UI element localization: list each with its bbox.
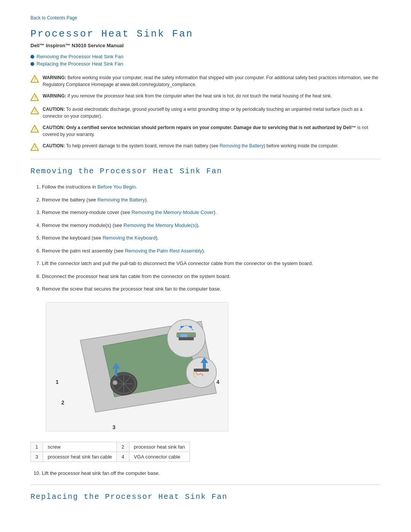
caution-1: ! CAUTION: To avoid electrostatic discha… xyxy=(30,106,381,120)
removing-keyboard-link[interactable]: Removing the Keyboard xyxy=(103,235,156,241)
diagram-label-3: 3 xyxy=(112,424,115,430)
step-2: Remove the battery (see Removing the Bat… xyxy=(42,196,381,204)
caution-text-1: CAUTION: To avoid electrostatic discharg… xyxy=(43,106,381,120)
step-8: Disconnect the processor heat sink fan c… xyxy=(42,273,381,280)
table-cell-part-2: processor heat sink fan xyxy=(129,442,190,452)
step-10: Lift the processor heat sink fan off the… xyxy=(42,470,381,477)
removing-section-title: Removing the Processor Heat Sink Fan xyxy=(30,167,381,176)
toc-link-replacing[interactable]: Replacing the Processor Heat Sink Fan xyxy=(37,61,123,67)
step-6: Remove the palm rest assembly (see Remov… xyxy=(42,247,381,255)
toc-bullet-1 xyxy=(30,55,34,59)
divider-2 xyxy=(30,484,381,485)
toc-link-removing[interactable]: Removing the Processor Heat Sink Fan xyxy=(37,54,123,59)
diagram-svg: 1 2 3 4 xyxy=(46,302,228,431)
table-cell-num-4: 4 xyxy=(117,452,129,462)
table-of-contents: Removing the Processor Heat Sink Fan Rep… xyxy=(30,54,381,67)
svg-rect-25 xyxy=(194,368,209,371)
table-cell-part-4: VGA connector cable xyxy=(129,452,190,462)
step-10-list: Lift the processor heat sink fan off the… xyxy=(30,470,381,477)
parts-table: 1 screw 2 processor heat sink fan 3 proc… xyxy=(30,442,190,462)
subtitle: Dell™ Inspiron™ N3010 Service Manual xyxy=(30,43,381,48)
diagram-image-wrapper: 1 2 3 4 xyxy=(46,302,228,431)
table-cell-num-1: 1 xyxy=(31,442,43,452)
removing-battery-link-step2[interactable]: Removing the Battery xyxy=(97,197,145,203)
warning-text-2: WARNING: If you remove the processor hea… xyxy=(43,93,332,99)
table-cell-part-1: screw xyxy=(43,442,117,452)
palm-rest-link[interactable]: Removing the Palm Rest Assembly xyxy=(125,248,202,254)
warning-2: ! WARNING: If you remove the processor h… xyxy=(30,93,381,101)
replacing-section-title: Replacing the Processor Heat Sink Fan xyxy=(30,492,381,501)
caution-text-3: CAUTION: To help prevent damage to the s… xyxy=(43,142,339,149)
warning-text-1: WARNING: Before working inside your comp… xyxy=(43,74,381,88)
svg-rect-21 xyxy=(178,337,194,340)
step-7: Lift the connector latch and pull the pu… xyxy=(42,260,381,267)
back-to-contents-link[interactable]: Back to Contents Page xyxy=(30,15,381,21)
memory-module-cover-link[interactable]: Removing the Memory-Module Cover xyxy=(132,209,214,215)
removing-battery-link-caution[interactable]: Removing the Battery xyxy=(220,143,263,149)
svg-text:!: ! xyxy=(34,109,36,113)
warning-icon-2: ! xyxy=(30,93,39,101)
caution-text-2: CAUTION: Only a certified service techni… xyxy=(43,124,381,138)
caution-icon-3: ! xyxy=(30,143,39,151)
table-cell-num-2: 2 xyxy=(117,442,129,452)
toc-item-removing: Removing the Processor Heat Sink Fan xyxy=(30,54,381,59)
page-title: Processor Heat Sink Fan xyxy=(30,28,381,40)
svg-text:!: ! xyxy=(34,145,36,150)
step-9: Remove the screw that secures the proces… xyxy=(42,285,381,293)
caution-icon-1: ! xyxy=(30,106,39,115)
svg-text:!: ! xyxy=(34,127,36,132)
warning-icon-1: ! xyxy=(30,75,39,83)
diagram-label-4: 4 xyxy=(217,379,220,385)
diagram-label-1: 1 xyxy=(56,379,59,385)
warning-1: ! WARNING: Before working inside your co… xyxy=(30,74,381,88)
svg-rect-22 xyxy=(180,334,187,337)
step-5: Remove the keyboard (see Removing the Ke… xyxy=(42,234,381,242)
svg-text:!: ! xyxy=(34,96,36,100)
svg-text:!: ! xyxy=(34,77,36,82)
divider-1 xyxy=(30,159,381,159)
table-cell-part-3: processor heat sink fan cable xyxy=(43,452,117,462)
caution-2: ! CAUTION: Only a certified service tech… xyxy=(30,124,381,138)
step-1: Follow the instructions in Before You Be… xyxy=(42,183,381,191)
table-cell-num-3: 3 xyxy=(31,452,43,462)
replacing-section: Replacing the Processor Heat Sink Fan xyxy=(30,492,381,501)
table-row-1: 1 screw 2 processor heat sink fan xyxy=(31,442,190,452)
toc-item-replacing: Replacing the Processor Heat Sink Fan xyxy=(30,61,381,67)
removing-steps-list: Follow the instructions in Before You Be… xyxy=(30,183,381,293)
step-4: Remove the memory module(s) (see Removin… xyxy=(42,222,381,229)
memory-modules-link[interactable]: Removing the Memory Module(s) xyxy=(124,222,197,228)
svg-point-27 xyxy=(113,380,117,385)
caution-3: ! CAUTION: To help prevent damage to the… xyxy=(30,142,381,151)
diagram-container: 1 2 3 4 xyxy=(46,302,251,433)
step-3: Remove the memory-module cover (see Remo… xyxy=(42,209,381,216)
toc-bullet-2 xyxy=(30,62,34,66)
caution-icon-2: ! xyxy=(30,125,39,133)
before-you-begin-link[interactable]: Before You Begin xyxy=(97,184,135,190)
diagram-label-2: 2 xyxy=(61,399,64,406)
table-row-2: 3 processor heat sink fan cable 4 VGA co… xyxy=(31,452,190,462)
